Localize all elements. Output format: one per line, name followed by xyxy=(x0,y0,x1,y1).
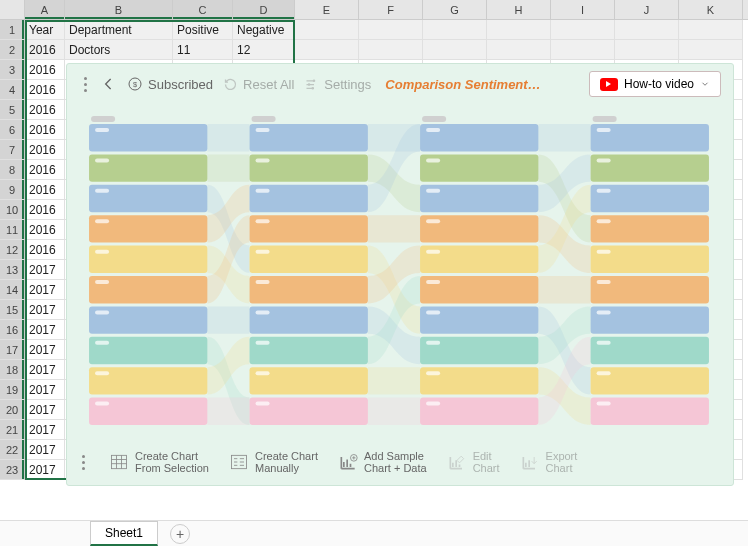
cell[interactable]: 2017 xyxy=(25,320,65,340)
cell[interactable]: 2017 xyxy=(25,420,65,440)
col-header-H[interactable]: H xyxy=(487,0,551,19)
cell[interactable] xyxy=(551,20,615,40)
cell[interactable]: 2017 xyxy=(25,440,65,460)
cell[interactable]: 2016 xyxy=(25,120,65,140)
col-header-A[interactable]: A xyxy=(25,0,65,19)
edit-chart-button[interactable]: EditChart xyxy=(447,450,500,474)
cell[interactable]: Negative xyxy=(233,20,295,40)
row-header[interactable]: 10 xyxy=(0,200,25,220)
cell[interactable] xyxy=(615,40,679,60)
bottom-menu-icon[interactable] xyxy=(77,455,89,470)
row-header[interactable]: 12 xyxy=(0,240,25,260)
row-header[interactable]: 15 xyxy=(0,300,25,320)
svg-rect-68 xyxy=(593,116,617,122)
col-header-K[interactable]: K xyxy=(679,0,743,19)
cell[interactable]: 2016 xyxy=(25,80,65,100)
row-header[interactable]: 2 xyxy=(0,40,25,60)
cell[interactable] xyxy=(423,40,487,60)
svg-rect-51 xyxy=(426,158,440,162)
select-all-corner[interactable] xyxy=(0,0,25,19)
cell[interactable]: 2017 xyxy=(25,400,65,420)
row-header[interactable]: 23 xyxy=(0,460,25,480)
cell[interactable] xyxy=(359,20,423,40)
col-header-B[interactable]: B xyxy=(65,0,173,19)
cell[interactable] xyxy=(359,40,423,60)
cell[interactable] xyxy=(487,40,551,60)
cell[interactable] xyxy=(551,40,615,60)
cell[interactable]: Year xyxy=(25,20,65,40)
row-header[interactable]: 18 xyxy=(0,360,25,380)
add-sample-button[interactable]: Add SampleChart + Data xyxy=(338,450,427,474)
cell[interactable]: 2016 xyxy=(25,220,65,240)
cell[interactable]: 2017 xyxy=(25,280,65,300)
cell[interactable]: Doctors xyxy=(65,40,173,60)
cell[interactable]: 2017 xyxy=(25,300,65,320)
col-header-F[interactable]: F xyxy=(359,0,423,19)
reset-all-button[interactable]: Reset All xyxy=(223,77,294,92)
row-header[interactable]: 5 xyxy=(0,100,25,120)
col-header-C[interactable]: C xyxy=(173,0,233,19)
row-header[interactable]: 7 xyxy=(0,140,25,160)
svg-rect-82 xyxy=(597,310,611,314)
cell[interactable]: 2016 xyxy=(25,240,65,260)
cell[interactable] xyxy=(679,40,743,60)
menu-icon[interactable] xyxy=(79,77,91,92)
row-header[interactable]: 17 xyxy=(0,340,25,360)
row-header[interactable]: 1 xyxy=(0,20,25,40)
row-header[interactable]: 9 xyxy=(0,180,25,200)
cell[interactable]: 2017 xyxy=(25,340,65,360)
svg-rect-11 xyxy=(95,189,109,193)
cell[interactable]: 2016 xyxy=(25,60,65,80)
col-header-E[interactable]: E xyxy=(295,0,359,19)
row-header[interactable]: 20 xyxy=(0,400,25,420)
cell[interactable] xyxy=(679,20,743,40)
col-header-J[interactable]: J xyxy=(615,0,679,19)
cell[interactable]: 11 xyxy=(173,40,233,60)
cell[interactable]: 2016 xyxy=(25,200,65,220)
cell[interactable]: 2017 xyxy=(25,260,65,280)
cell[interactable]: 2016 xyxy=(25,100,65,120)
cell[interactable]: 2016 xyxy=(25,40,65,60)
subscribed-button[interactable]: $ Subscribed xyxy=(127,76,213,92)
col-header-D[interactable]: D xyxy=(233,0,295,19)
cell[interactable]: 2016 xyxy=(25,140,65,160)
row-header[interactable]: 3 xyxy=(0,60,25,80)
cell[interactable]: 2016 xyxy=(25,180,65,200)
settings-button[interactable]: Settings xyxy=(304,77,371,92)
sheet-tab[interactable]: Sheet1 xyxy=(90,521,158,546)
row-header[interactable]: 19 xyxy=(0,380,25,400)
cell[interactable] xyxy=(615,20,679,40)
reset-label: Reset All xyxy=(243,77,294,92)
row-header[interactable]: 13 xyxy=(0,260,25,280)
svg-rect-76 xyxy=(597,219,611,223)
svg-rect-36 xyxy=(256,250,270,254)
col-header-I[interactable]: I xyxy=(551,0,615,19)
export-chart-button[interactable]: ExportChart xyxy=(520,450,578,474)
create-chart-from-selection-button[interactable]: Create ChartFrom Selection xyxy=(109,450,209,474)
cell[interactable]: 2017 xyxy=(25,380,65,400)
cell[interactable]: Positive xyxy=(173,20,233,40)
cell[interactable]: Department xyxy=(65,20,173,40)
cell[interactable] xyxy=(295,40,359,60)
svg-rect-13 xyxy=(95,219,109,223)
cell[interactable]: 2016 xyxy=(25,160,65,180)
row-header[interactable]: 16 xyxy=(0,320,25,340)
row-header[interactable]: 11 xyxy=(0,220,25,240)
create-chart-manually-button[interactable]: Create ChartManually xyxy=(229,450,318,474)
cell[interactable]: 2017 xyxy=(25,360,65,380)
cell[interactable]: 12 xyxy=(233,40,295,60)
cell[interactable] xyxy=(295,20,359,40)
col-header-G[interactable]: G xyxy=(423,0,487,19)
row-header[interactable]: 8 xyxy=(0,160,25,180)
cell[interactable]: 2017 xyxy=(25,460,65,480)
row-header[interactable]: 21 xyxy=(0,420,25,440)
row-header[interactable]: 14 xyxy=(0,280,25,300)
howto-video-button[interactable]: How-to video xyxy=(589,71,721,97)
row-header[interactable]: 22 xyxy=(0,440,25,460)
cell[interactable] xyxy=(423,20,487,40)
cell[interactable] xyxy=(487,20,551,40)
add-sheet-button[interactable]: + xyxy=(170,524,190,544)
row-header[interactable]: 4 xyxy=(0,80,25,100)
back-arrow-icon[interactable] xyxy=(101,76,117,92)
row-header[interactable]: 6 xyxy=(0,120,25,140)
